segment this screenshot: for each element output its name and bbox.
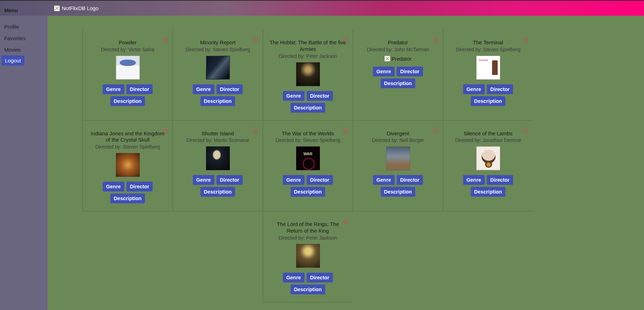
favorite-heart-icon[interactable] [253,128,258,135]
genre-button[interactable]: Genre [283,175,305,185]
director-button[interactable]: Director [126,182,153,191]
genre-button[interactable]: Genre [373,67,395,76]
movie-director: Directed by: Steven Spielberg [269,137,346,143]
movie-director: Directed by: Steven Spielberg [179,47,256,52]
description-button[interactable]: Description [471,187,506,197]
movie-poster [386,146,410,170]
movie-poster [206,146,230,170]
movie-director: Directed by: John McTiernan [359,47,437,52]
movie-title: The Hobbit: The Battle of the five Armie… [269,39,346,53]
sidebar-item-favorites[interactable]: Favorites [0,32,47,44]
director-button[interactable]: Director [487,84,513,94]
movie-card: Silence of the LambsDirected by: Jonatha… [443,121,533,212]
genre-button[interactable]: Genre [283,91,305,101]
movie-card: The War of the WorldsDirected by: Steven… [263,121,353,212]
movie-title: Silence of the Lambs [449,130,527,137]
favorite-heart-icon[interactable] [163,128,168,135]
main-content: PowderDirected by: Victor SalvaGenreDire… [47,16,644,310]
genre-button[interactable]: Genre [373,175,395,185]
movie-card: The Lord of the Rings: The Return of the… [263,211,353,302]
movie-poster [476,146,500,170]
movie-title: The War of the Worlds [269,130,346,137]
movie-card: PowderDirected by: Victor SalvaGenreDire… [82,30,173,121]
description-button[interactable]: Description [381,187,416,197]
logo[interactable]: NotFlixDB Logo [54,5,98,11]
director-button[interactable]: Director [487,175,513,185]
director-button[interactable]: Director [397,175,423,185]
director-button[interactable]: Director [307,91,333,101]
broken-image-icon [54,6,60,11]
movie-title: The Lord of the Rings: The Return of the… [269,221,346,234]
description-button[interactable]: Description [291,103,325,113]
description-button[interactable]: Description [471,96,506,106]
movie-poster [116,56,140,80]
favorite-heart-icon[interactable] [163,37,168,44]
sidebar-item-logout[interactable]: Logout [1,55,24,66]
director-button[interactable]: Director [397,67,423,76]
movie-poster [296,62,320,86]
director-button[interactable]: Director [126,84,153,94]
director-button[interactable]: Director [217,84,243,94]
movie-poster [116,153,140,177]
favorite-heart-icon[interactable] [523,37,529,44]
movie-title: Indiana Jones and the Kingdom of the Cry… [89,130,166,144]
director-button[interactable]: Director [307,273,333,282]
sidebar: Menu ProfileFavoritesMoviesLogout [0,16,47,310]
movie-card: The Hobbit: The Battle of the five Armie… [263,30,353,121]
sidebar-item-movies[interactable]: Movies [0,44,47,55]
movie-poster [296,146,320,170]
genre-button[interactable]: Genre [103,84,124,94]
favorite-heart-icon[interactable] [433,37,439,44]
genre-button[interactable]: Genre [103,182,124,191]
sidebar-item-profile[interactable]: Profile [0,21,47,32]
broken-image-icon [385,56,390,61]
movie-card: DivergentDirected by: Neil BurgerGenreDi… [353,121,443,212]
movie-poster [206,56,230,80]
movie-director: Directed by: Neil Burger [359,137,437,143]
movie-director: Directed by: Steven Spielberg [89,144,166,150]
favorite-heart-icon[interactable] [433,128,439,135]
description-button[interactable]: Description [200,187,235,197]
description-button[interactable]: Description [110,194,145,203]
movie-director: Directed by: Victor Salva [89,47,166,52]
movie-card: Indiana Jones and the Kingdom of the Cry… [82,121,173,212]
movie-title: Shutter Island [179,130,256,137]
favorite-heart-icon[interactable] [343,128,349,135]
description-button[interactable]: Description [110,96,145,106]
genre-button[interactable]: Genre [463,175,485,185]
movie-poster [296,244,320,268]
director-button[interactable]: Director [217,175,243,185]
movie-poster [476,56,500,80]
movie-poster-broken: Predator [385,56,412,62]
director-button[interactable]: Director [307,175,333,185]
movie-director: Directed by: Steven Spielberg [449,47,527,52]
description-button[interactable]: Description [291,285,325,294]
movie-title: Predator [359,39,437,46]
description-button[interactable]: Description [200,96,235,106]
movie-director: Directed by: Martin Scorsese [179,137,256,143]
movie-title: Powder [89,39,166,46]
logo-alt-text: NotFlixDB Logo [62,5,98,11]
description-button[interactable]: Description [291,187,325,197]
favorite-heart-icon[interactable] [523,128,529,135]
genre-button[interactable]: Genre [283,273,305,282]
movie-card: Shutter IslandDirected by: Martin Scorse… [173,121,263,212]
movie-director: Directed by: Peter Jackson [269,53,346,59]
movie-card: Minority ReportDirected by: Steven Spiel… [173,30,263,121]
genre-button[interactable]: Genre [193,84,214,94]
favorite-heart-icon[interactable] [343,37,349,44]
top-header: NotFlixDB Logo [0,0,644,16]
movie-title: Minority Report [179,39,256,46]
movie-poster-alt: Predator [391,56,412,62]
sidebar-title: Menu [0,7,47,13]
movie-card: The TerminalDirected by: Steven Spielber… [443,30,533,121]
favorite-heart-icon[interactable] [253,37,258,44]
movie-director: Directed by: Peter Jackson [269,235,346,241]
movie-grid: PowderDirected by: Victor SalvaGenreDire… [82,30,627,302]
movie-director: Directed by: Jonathan Demme [449,137,527,143]
favorite-heart-icon[interactable] [343,219,349,226]
description-button[interactable]: Description [381,78,416,88]
genre-button[interactable]: Genre [463,84,485,94]
genre-button[interactable]: Genre [193,175,214,185]
movie-title: The Terminal [449,39,527,46]
